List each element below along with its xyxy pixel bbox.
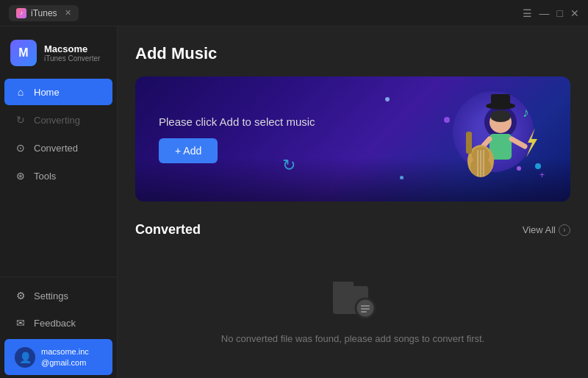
sidebar-item-home-label: Home — [34, 87, 60, 98]
sidebar-bottom: ⚙ Settings ✉ Feedback 👤 macsome.inc @gma… — [0, 277, 117, 378]
sidebar-item-feedback[interactable]: ✉ Feedback — [4, 310, 112, 336]
window-controls: ☰ — □ ✕ — [523, 7, 579, 19]
minimize-button[interactable]: — — [539, 7, 550, 19]
decoration-dot-1 — [385, 97, 390, 101]
sidebar-item-tools-label: Tools — [34, 171, 56, 182]
sidebar-item-settings-label: Settings — [34, 290, 68, 302]
svg-point-4 — [490, 110, 511, 122]
svg-line-7 — [512, 139, 525, 146]
close-button[interactable]: ✕ — [570, 7, 579, 19]
sidebar-item-feedback-label: Feedback — [34, 318, 76, 329]
brand-name: Macsome — [44, 43, 100, 54]
tools-icon: ⊛ — [15, 170, 26, 182]
svg-rect-14 — [466, 132, 472, 154]
empty-message: No converted file was found, please add … — [221, 333, 484, 344]
sidebar-item-tools[interactable]: ⊛ Tools — [4, 163, 112, 189]
title-bar: ♪ iTunes ✕ ☰ — □ ✕ — [0, 0, 588, 26]
sidebar-item-settings[interactable]: ⚙ Settings — [4, 282, 112, 309]
tab-close-icon[interactable]: ✕ — [65, 8, 71, 18]
hero-description: Please click Add to select music — [159, 115, 315, 128]
hero-banner: ↻ Please click Add to select music + Add — [135, 76, 570, 202]
svg-text:+: + — [539, 170, 545, 180]
sidebar-item-converting: ↻ Converting — [4, 107, 112, 133]
itunes-tab[interactable]: ♪ iTunes ✕ — [9, 5, 79, 21]
brand-subtitle: iTunes Converter — [44, 54, 100, 63]
add-music-button[interactable]: + Add — [159, 138, 218, 163]
hero-text-area: Please click Add to select music + Add — [159, 115, 315, 163]
sidebar-item-converted-label: Converted — [34, 143, 78, 154]
user-email: macsome.inc @gmail.com — [41, 346, 89, 368]
converted-section-header: Converted View All › — [135, 222, 570, 238]
content-area: Add Music ↻ Please click Add to select m… — [118, 26, 588, 378]
svg-text:♪: ♪ — [523, 105, 529, 120]
settings-icon: ⚙ — [15, 290, 26, 302]
hero-illustration: ♪ + — [431, 84, 548, 194]
svg-rect-2 — [491, 94, 510, 107]
page-title: Add Music — [135, 44, 570, 63]
brand-text: Macsome iTunes Converter — [44, 43, 100, 63]
itunes-icon: ♪ — [16, 8, 26, 18]
avatar: 👤 — [15, 347, 35, 368]
brand-logo: M — [10, 40, 37, 66]
svg-rect-23 — [361, 305, 370, 307]
decoration-dot-3 — [400, 176, 404, 179]
sidebar-item-converting-label: Converting — [34, 115, 80, 126]
svg-marker-16 — [526, 128, 537, 157]
view-all-arrow-icon: › — [559, 224, 570, 236]
menu-button[interactable]: ☰ — [523, 7, 532, 19]
home-icon: ⌂ — [15, 86, 26, 98]
converting-icon: ↻ — [15, 114, 26, 126]
sidebar-item-converted[interactable]: ⊙ Converted — [4, 135, 112, 161]
svg-rect-24 — [361, 308, 370, 310]
converted-section-title: Converted — [135, 222, 201, 238]
user-account[interactable]: 👤 macsome.inc @gmail.com — [4, 339, 112, 375]
sidebar-item-home[interactable]: ⌂ Home — [4, 79, 112, 105]
sidebar-brand: M Macsome iTunes Converter — [0, 32, 117, 78]
svg-rect-25 — [361, 311, 367, 313]
feedback-icon: ✉ — [15, 317, 26, 329]
svg-rect-21 — [333, 282, 354, 289]
empty-icon — [327, 271, 379, 323]
itunes-tab-label: iTunes — [31, 8, 57, 18]
view-all-button[interactable]: View All › — [523, 224, 570, 236]
title-bar-left: ♪ iTunes ✕ — [9, 5, 79, 21]
character-svg: ♪ + — [445, 84, 548, 190]
converted-icon: ⊙ — [15, 142, 26, 154]
maximize-button[interactable]: □ — [557, 7, 563, 19]
svg-point-17 — [517, 166, 521, 171]
sidebar: M Macsome iTunes Converter ⌂ Home ↻ Conv… — [0, 26, 118, 378]
empty-file-icon — [327, 271, 379, 323]
main-layout: M Macsome iTunes Converter ⌂ Home ↻ Conv… — [0, 26, 588, 378]
empty-state: No converted file was found, please add … — [135, 249, 570, 352]
view-all-label: View All — [523, 224, 556, 235]
svg-point-18 — [535, 163, 541, 169]
